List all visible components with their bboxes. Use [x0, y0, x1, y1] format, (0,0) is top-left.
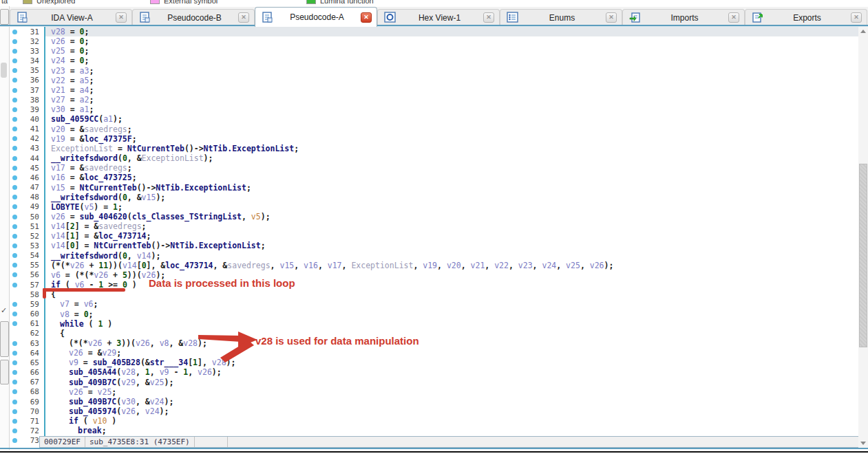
line-marker-icon[interactable]	[12, 166, 17, 171]
line-marker-icon[interactable]	[12, 438, 17, 443]
code-line-67[interactable]: 67sub_409B7C(v29, &v25);	[10, 378, 858, 387]
code-text[interactable]: v28 = 0;	[44, 27, 858, 36]
code-text[interactable]: v30 = a1;	[44, 105, 858, 114]
line-dot-cell[interactable]	[10, 438, 19, 443]
line-marker-icon[interactable]	[12, 283, 17, 287]
code-text[interactable]: v14[2] = &savedregs;	[44, 221, 858, 231]
code-text[interactable]: v8 = 0;	[44, 310, 858, 319]
line-dot-cell[interactable]	[10, 117, 19, 122]
line-dot-cell[interactable]	[10, 419, 19, 424]
code-text[interactable]: sub_409B7C(v29, &v25);	[44, 378, 858, 387]
line-dot-cell[interactable]	[10, 58, 19, 63]
line-marker-icon[interactable]	[12, 156, 17, 161]
line-marker-icon[interactable]	[12, 185, 17, 190]
code-line-66[interactable]: 66sub_405A44(v28, 1, v9 - 1, v26);	[10, 367, 858, 377]
line-dot-cell[interactable]	[10, 409, 19, 414]
line-dot-cell[interactable]	[10, 253, 19, 258]
code-text[interactable]: break;	[44, 426, 858, 435]
line-dot-cell[interactable]	[10, 156, 19, 161]
line-dot-cell[interactable]	[10, 185, 19, 190]
line-marker-icon[interactable]	[12, 272, 17, 277]
code-line-61[interactable]: 61while ( 1 )	[10, 319, 858, 329]
dock-tab-stub[interactable]	[0, 9, 9, 25]
line-marker-icon[interactable]	[12, 30, 17, 34]
line-dot-cell[interactable]	[10, 360, 19, 365]
line-marker-icon[interactable]	[12, 243, 17, 248]
line-dot-cell[interactable]	[10, 380, 19, 384]
code-text[interactable]: v23 = a3;	[44, 66, 858, 76]
code-line-32[interactable]: 32v26 = 0;	[10, 36, 858, 46]
code-line-55[interactable]: 55(*(*v26 + 11))(v14[0], &loc_473714, &s…	[10, 261, 858, 270]
scrollbar-thumb[interactable]	[859, 164, 867, 347]
code-text[interactable]: v25 = 0;	[44, 46, 858, 56]
code-line-34[interactable]: 34v24 = 0;	[10, 56, 858, 65]
line-marker-icon[interactable]	[12, 195, 17, 199]
line-dot-cell[interactable]	[10, 302, 19, 307]
line-marker-icon[interactable]	[12, 224, 17, 229]
scroll-up-button[interactable]	[858, 27, 868, 36]
line-marker-icon[interactable]	[12, 107, 17, 112]
code-line-72[interactable]: 72break;	[10, 426, 858, 435]
line-dot-cell[interactable]	[10, 312, 19, 316]
line-marker-icon[interactable]	[12, 117, 17, 122]
scroll-down-button[interactable]	[858, 439, 868, 448]
tab-ida-view-a[interactable]: IDA View-A✕	[10, 9, 132, 25]
code-line-71[interactable]: 71if ( v10 )	[10, 416, 858, 426]
code-text[interactable]: (*(*v26 + 3))(v26, v8, &v28);	[44, 338, 858, 348]
code-text[interactable]: __writefsdword(0, v14);	[44, 251, 858, 261]
code-line-53[interactable]: 53v14[0] = NtCurrentTeb()->NtTib.Excepti…	[10, 241, 858, 250]
line-marker-icon[interactable]	[12, 312, 17, 316]
code-line-33[interactable]: 33v25 = 0;	[10, 46, 858, 56]
code-line-36[interactable]: 36v22 = a5;	[10, 76, 858, 85]
line-dot-cell[interactable]	[10, 39, 19, 44]
line-marker-icon[interactable]	[12, 127, 17, 131]
code-text[interactable]: v16 = &loc_473725;	[44, 173, 858, 182]
code-line-31[interactable]: 31v28 = 0;	[10, 27, 858, 36]
line-dot-cell[interactable]	[10, 146, 19, 151]
code-text[interactable]: sub_4059CC(a1);	[44, 114, 858, 124]
code-line-68[interactable]: 68v26 = v25;	[10, 387, 858, 397]
tab-hex-view-1[interactable]: Hex View-1✕	[377, 9, 500, 25]
vertical-scrollbar[interactable]	[858, 27, 868, 448]
tab-close-button[interactable]: ✕	[851, 12, 862, 23]
line-dot-cell[interactable]	[10, 204, 19, 209]
line-dot-cell[interactable]	[10, 78, 19, 83]
code-line-47[interactable]: 47v15 = NtCurrentTeb()->NtTib.ExceptionL…	[10, 183, 858, 193]
code-text[interactable]: v9 = sub_405B28(&str___34[1], v28);	[44, 358, 858, 367]
tab-close-button[interactable]: ✕	[238, 12, 249, 23]
line-dot-cell[interactable]	[10, 224, 19, 229]
code-line-58[interactable]: 58{	[10, 290, 858, 299]
code-text[interactable]: v26 = v25;	[44, 387, 858, 397]
line-dot-cell[interactable]	[10, 272, 19, 277]
line-dot-cell[interactable]	[10, 49, 19, 54]
code-line-35[interactable]: 35v23 = a3;	[10, 66, 858, 76]
code-text[interactable]: while ( 1 )	[44, 319, 858, 329]
line-marker-icon[interactable]	[12, 428, 17, 433]
line-dot-cell[interactable]	[10, 88, 19, 93]
code-text[interactable]: __writefsdword(0, &ExceptionList);	[44, 153, 858, 163]
code-text[interactable]: v22 = a5;	[44, 76, 858, 85]
code-line-40[interactable]: 40sub_4059CC(a1);	[10, 114, 858, 124]
line-dot-cell[interactable]	[10, 166, 19, 171]
line-dot-cell[interactable]	[10, 107, 19, 112]
line-marker-icon[interactable]	[12, 39, 17, 44]
code-text[interactable]: v24 = 0;	[44, 56, 858, 65]
line-marker-icon[interactable]	[12, 253, 17, 258]
line-dot-cell[interactable]	[10, 428, 19, 433]
line-marker-icon[interactable]	[12, 360, 17, 365]
line-marker-icon[interactable]	[12, 146, 17, 151]
tab-pseudocode-a[interactable]: Pseudocode-A✕	[255, 7, 377, 27]
code-line-45[interactable]: 45v17 = &savedregs;	[10, 163, 858, 173]
code-line-52[interactable]: 52v14[1] = &loc_473714;	[10, 231, 858, 241]
mini-scroll-thumb[interactable]	[1, 63, 7, 78]
code-text[interactable]: (*(*v26 + 11))(v14[0], &loc_473714, &sav…	[44, 261, 858, 270]
code-line-37[interactable]: 37v21 = a4;	[10, 85, 858, 95]
tab-close-button[interactable]: ✕	[361, 12, 372, 23]
code-line-63[interactable]: 63(*(*v26 + 3))(v26, v8, &v28);	[10, 338, 858, 348]
code-text[interactable]: v17 = &savedregs;	[44, 163, 858, 173]
line-marker-icon[interactable]	[12, 351, 17, 356]
code-line-65[interactable]: 65v9 = sub_405B28(&str___34[1], v28);	[10, 358, 858, 367]
code-line-39[interactable]: 39v30 = a1;	[10, 105, 858, 114]
line-marker-icon[interactable]	[12, 98, 17, 102]
code-text[interactable]: ExceptionList = NtCurrentTeb()->NtTib.Ex…	[44, 144, 858, 153]
